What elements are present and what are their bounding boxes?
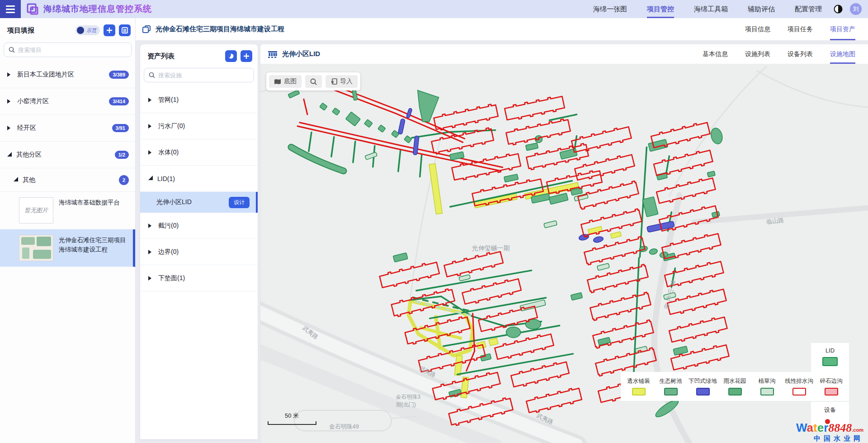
import-button[interactable]: 导入 <box>326 75 358 88</box>
theme-toggle-icon[interactable] <box>834 5 843 14</box>
basemap-globe-button[interactable] <box>225 50 237 62</box>
nav-item-3[interactable]: 辅助评估 <box>748 0 775 18</box>
caret-collapsed-icon <box>148 276 154 281</box>
facility-title: 光伸小区LID <box>282 50 320 58</box>
add-asset-button[interactable] <box>241 50 252 62</box>
asset-group-5[interactable]: 边界(0) <box>140 239 258 265</box>
permeable-pavement <box>489 338 498 346</box>
menu-button[interactable] <box>0 0 21 18</box>
project-card-title: 海绵城市基础数据平台 <box>59 197 120 208</box>
map-label: 金石明珠49 <box>329 423 359 430</box>
sidebar-group-2[interactable]: 经开区3/91 <box>0 115 135 142</box>
import-icon <box>330 78 337 85</box>
sidebar-subgroup-other[interactable]: 其他2 <box>0 168 135 192</box>
building-outline <box>444 250 504 278</box>
legend-item-0: 透水铺装 <box>623 377 655 395</box>
asset-group-label: 管网(1) <box>158 96 179 104</box>
top-navigation: 海绵一张图项目管控海绵工具箱辅助评估配置管理 <box>593 0 822 18</box>
grass-swale-line <box>309 133 311 152</box>
grass-swale <box>544 220 557 228</box>
legend-item-label: 碎石边沟 <box>815 377 847 385</box>
curb-line <box>410 139 440 297</box>
nav-item-4[interactable]: 配置管理 <box>795 0 822 18</box>
legend-lid-swatch <box>822 357 838 366</box>
legend-item-swatch <box>632 388 646 395</box>
caret-collapsed-icon <box>148 224 154 228</box>
project-tab-2[interactable]: 项目资产 <box>830 18 855 40</box>
grass-swale <box>597 263 610 271</box>
map-label: 光伸玺樾一期 <box>472 244 510 252</box>
design-badge: 设计 <box>229 197 250 208</box>
eco-tree-pool <box>378 125 386 133</box>
legend-lid-title: LID <box>811 347 849 354</box>
facility-tab-0[interactable]: 基本信息 <box>703 44 728 64</box>
rain-garden <box>526 319 541 329</box>
map-search-button[interactable] <box>305 75 322 88</box>
facility-header: 光伸小区LID 基本信息设施列表设备列表设施地图 <box>260 44 868 64</box>
facility-tab-2[interactable]: 设备列表 <box>788 44 813 64</box>
building-outline <box>434 103 499 131</box>
asset-search-input[interactable] <box>158 72 249 79</box>
facility-map-card: 光伸小区LID 基本信息设施列表设备列表设施地图 光伸玺樾一期临山路武夷路武夷路… <box>260 44 868 443</box>
subgroup-badge: 2 <box>119 175 129 185</box>
sidebar-group-1[interactable]: 小窑湾片区3/414 <box>0 88 135 115</box>
legend-lid-box: LID <box>811 343 849 372</box>
project-search-input[interactable] <box>18 47 127 53</box>
nav-item-2[interactable]: 海绵工具箱 <box>694 0 728 18</box>
project-thumbnail-placeholder: 暂无图片 <box>19 197 53 224</box>
project-tab-1[interactable]: 项目任务 <box>788 18 813 40</box>
building-outline <box>495 333 554 361</box>
asset-group-2[interactable]: 水体(0) <box>140 139 258 166</box>
legend-item-label: 生态树池 <box>655 377 687 385</box>
sidebar-group-0[interactable]: 新日本工业团地片区3/389 <box>0 62 135 88</box>
watermark: Water8848.com 中国水业网 <box>796 422 863 442</box>
nav-item-0[interactable]: 海绵一张图 <box>593 0 627 18</box>
project-card-0[interactable]: 暂无图片海绵城市基础数据平台 <box>0 192 135 229</box>
user-avatar[interactable]: 刘 <box>850 3 862 15</box>
building-outline <box>590 292 651 320</box>
app-logo-icon <box>26 3 39 15</box>
asset-group-3[interactable]: LID(1) <box>140 166 258 192</box>
eco-tree-pool <box>288 90 300 98</box>
eco-tree-pool <box>549 193 568 205</box>
scale-label: 50 米 <box>285 412 316 420</box>
sidebar-group-3[interactable]: 其他分区1/2 <box>0 142 135 168</box>
grass-swale <box>365 152 377 160</box>
basemap-button[interactable]: 底图 <box>269 75 302 88</box>
toggle-label: 示范 <box>86 27 96 34</box>
map-label: 金石明珠3 <box>395 394 420 400</box>
project-tab-0[interactable]: 项目信息 <box>745 18 770 40</box>
asset-item-光伸小区LID[interactable]: 光伸小区LID设计 <box>140 192 258 213</box>
nav-item-1[interactable]: 项目管控 <box>647 0 674 18</box>
asset-group-0[interactable]: 管网(1) <box>140 87 258 113</box>
project-search[interactable] <box>4 43 132 57</box>
project-card-1[interactable]: 光伸金石滩住宅三期项目海绵城市建设工程 <box>0 229 135 267</box>
facility-tab-3[interactable]: 设施地图 <box>830 44 855 64</box>
legend-item-swatch <box>760 388 774 395</box>
permeable-pavement <box>611 232 622 238</box>
project-sidebar: 项目填报 示范 新日本工业团地片区3/389小窑湾片区3/414经开区3/91其… <box>0 18 136 443</box>
facility-tab-1[interactable]: 设施列表 <box>745 44 770 64</box>
asset-group-4[interactable]: 截污(0) <box>140 213 258 239</box>
add-project-button[interactable] <box>104 24 115 36</box>
grass-swale-line <box>420 155 422 177</box>
legend-item-4: 植草沟 <box>751 377 783 395</box>
eco-tree-pool <box>526 143 538 151</box>
app-window: 海绵城市地理信息管控系统 海绵一张图项目管控海绵工具箱辅助评估配置管理 刘 项目… <box>0 0 868 443</box>
demo-toggle[interactable]: 示范 <box>75 25 100 35</box>
road <box>757 71 868 107</box>
app-title: 海绵城市地理信息管控系统 <box>43 3 152 15</box>
building-outline <box>510 360 569 388</box>
asset-item-label: 光伸小区LID <box>156 198 192 206</box>
caret-expanded-icon <box>7 152 12 157</box>
asset-group-1[interactable]: 污水厂(0) <box>140 113 258 139</box>
asset-search[interactable] <box>144 68 254 82</box>
legend-item-swatch <box>793 388 806 395</box>
caret-collapsed-icon <box>148 250 154 254</box>
eco-tree-pool <box>404 136 412 143</box>
map-canvas[interactable]: 光伸玺樾一期临山路武夷路武夷路武夷路金石明珠3期(北门)金石明珠49龙山北街 底… <box>260 64 868 443</box>
list-view-button[interactable] <box>119 24 131 36</box>
asset-group-6[interactable]: 下垫面(1) <box>140 265 258 291</box>
asset-group-label: 污水厂(0) <box>158 122 185 130</box>
project-title: 光伸金石滩住宅三期项目海绵城市建设工程 <box>156 25 284 33</box>
